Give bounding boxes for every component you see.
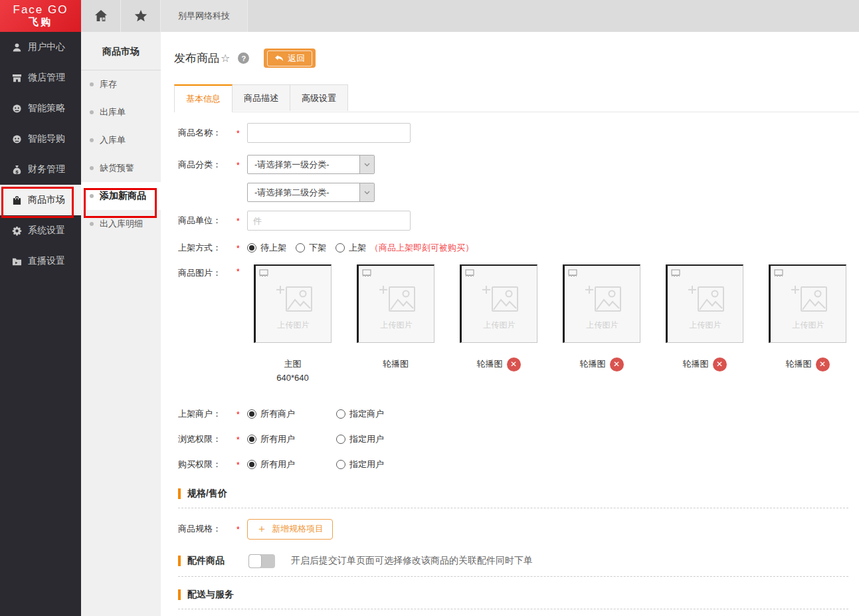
upload-text: 上传图片 [565, 320, 640, 331]
radio-delisted[interactable]: 下架 [296, 242, 326, 254]
upload-slots: 上传图片 主图 640*640 [254, 264, 846, 385]
radio-specified-users-buy[interactable]: 指定用户 [336, 459, 384, 470]
upload-text: 上传图片 [256, 320, 331, 331]
app-logo[interactable]: Face GO 飞购 [0, 0, 81, 32]
tab-basic-info[interactable]: 基本信息 [174, 84, 233, 112]
tab-advanced-settings[interactable]: 高级设置 [290, 84, 348, 111]
user-icon [11, 42, 22, 52]
submenu-item-outbound[interactable]: 出库单 [81, 98, 161, 126]
sidebar-item-user-center[interactable]: 用户中心 [0, 32, 81, 62]
field-label: 商品规格： [178, 523, 237, 535]
image-placeholder-icon [771, 284, 846, 317]
radio-specified-merchants[interactable]: 指定商户 [336, 408, 384, 420]
tab-product-description[interactable]: 商品描述 [232, 84, 290, 111]
radio-all-merchants[interactable]: 所有商户 [247, 408, 319, 420]
upload-image-button[interactable]: 上传图片 [666, 264, 743, 343]
submenu-item-label: 缺货预警 [100, 162, 134, 174]
category-level1-select[interactable]: -请选择第一级分类- [247, 155, 375, 174]
required-mark: * [237, 215, 247, 226]
help-icon[interactable]: ? [238, 52, 249, 64]
form-row-spec: 商品规格： * ＋ 新增规格项目 [178, 519, 848, 540]
category-level2-select[interactable]: -请选择第二级分类- [247, 183, 375, 202]
sidebar-item-label: 系统设置 [28, 225, 65, 237]
radio-all-users-buy[interactable]: 所有用户 [247, 459, 319, 470]
toggle-knob [248, 554, 262, 568]
sidebar-item-microstore[interactable]: 微店管理 [0, 62, 81, 93]
folder-video-icon [11, 256, 22, 266]
required-mark: * [237, 128, 247, 138]
upload-text: 上传图片 [771, 320, 846, 331]
home-button[interactable] [81, 0, 121, 32]
required-mark: * [237, 159, 247, 170]
section-bar [178, 556, 181, 566]
back-button-label: 返回 [288, 52, 305, 64]
form-row-category-level2: -请选择第二级分类- [178, 183, 848, 202]
submenu-item-label: 出入库明细 [100, 218, 143, 230]
submenu-item-stockout-alert[interactable]: 缺货预警 [81, 154, 161, 182]
add-spec-label: 新增规格项目 [272, 523, 324, 535]
upload-text: 上传图片 [462, 320, 537, 331]
slot-caption: 主图 640*640 [254, 358, 332, 385]
upload-image-button[interactable]: 上传图片 [460, 264, 537, 343]
remove-slot-icon[interactable] [816, 358, 830, 371]
radio-pending-listing[interactable]: 待上架 [247, 242, 286, 254]
upload-image-button[interactable]: 上传图片 [769, 264, 846, 343]
remove-slot-icon[interactable] [507, 358, 521, 371]
submenu-item-inventory[interactable]: 库存 [81, 70, 161, 98]
submenu-item-add-product[interactable]: 添加新商品 [81, 182, 161, 210]
favorite-button[interactable] [121, 0, 161, 32]
submenu-item-inbound[interactable]: 入库单 [81, 126, 161, 154]
upload-slot-main: 上传图片 主图 640*640 [254, 264, 332, 385]
upload-image-button[interactable]: 上传图片 [254, 264, 332, 343]
bullet-dot-icon [90, 166, 94, 170]
sidebar-item-product-market[interactable]: 商品市场 [0, 185, 81, 215]
form-row-view-permission: 浏览权限： * 所有用户 指定用户 [178, 433, 848, 445]
add-spec-button[interactable]: ＋ 新增规格项目 [247, 519, 333, 540]
sidebar-item-system-settings[interactable]: 系统设置 [0, 215, 81, 246]
submenu-item-label: 添加新商品 [100, 190, 146, 202]
upload-image-button[interactable]: 上传图片 [357, 264, 434, 343]
field-label: 浏览权限： [178, 433, 237, 445]
radio-icon [247, 435, 256, 444]
favorite-star-icon[interactable]: ☆ [221, 52, 230, 64]
slot-caption: 轮播图 [563, 358, 640, 371]
radio-listed[interactable]: 上架 [335, 242, 366, 254]
sidebar-item-label: 智能导购 [28, 133, 65, 145]
logo-text-line1: Face GO [13, 4, 68, 17]
bullet-dot-icon [90, 110, 94, 114]
radio-icon [247, 243, 256, 253]
product-name-input[interactable] [247, 123, 411, 143]
required-mark: * [237, 243, 247, 253]
radio-icon [336, 460, 345, 469]
sidebar-item-live-settings[interactable]: 直播设置 [0, 246, 81, 276]
image-placeholder-icon [668, 284, 743, 317]
radio-specified-users-view[interactable]: 指定用户 [336, 433, 384, 445]
bullet-dot-icon [90, 194, 94, 198]
sidebar-item-finance[interactable]: 财务管理 [0, 154, 81, 185]
radio-all-users-view[interactable]: 所有用户 [247, 433, 319, 445]
logo-text-line2: 飞购 [29, 17, 52, 28]
select-value: -请选择第二级分类- [248, 183, 359, 201]
back-button[interactable]: 返回 [264, 49, 316, 68]
image-file-icon [259, 269, 268, 280]
remove-slot-icon[interactable] [713, 358, 727, 371]
required-mark: * [237, 524, 247, 534]
submenu-item-label: 入库单 [100, 134, 126, 146]
upload-image-button[interactable]: 上传图片 [563, 264, 640, 343]
chevron-down-icon [359, 155, 374, 173]
form-row-listing-mode: 上架方式： * 待上架 下架 上架 （商品上架即刻可被购买） [178, 242, 848, 254]
sidebar-item-smart-guide[interactable]: 智能导购 [0, 124, 81, 154]
radio-icon [247, 460, 256, 469]
select-value: -请选择第一级分类- [248, 155, 359, 173]
company-tab[interactable]: 别早网络科技 [161, 0, 248, 32]
page-header: 发布商品 ☆ ? 返回 [174, 49, 859, 68]
remove-slot-icon[interactable] [610, 358, 624, 371]
required-mark: * [237, 434, 247, 445]
sidebar-item-smart-strategy[interactable]: 智能策略 [0, 93, 81, 124]
radio-icon [335, 243, 345, 253]
image-file-icon [671, 269, 680, 280]
submenu-item-stock-detail[interactable]: 出入库明细 [81, 210, 161, 238]
image-file-icon [568, 269, 577, 280]
accessory-toggle[interactable] [248, 554, 275, 568]
product-unit-input[interactable] [247, 211, 411, 231]
